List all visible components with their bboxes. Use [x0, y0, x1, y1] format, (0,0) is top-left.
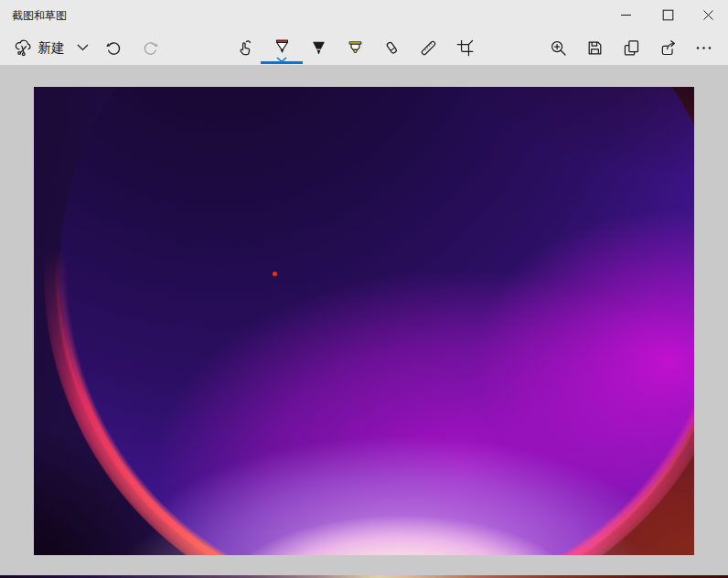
redo-button[interactable] — [136, 33, 164, 62]
canvas-area — [0, 65, 728, 578]
more-options-button[interactable] — [688, 33, 719, 62]
screenshot-image[interactable] — [34, 87, 694, 555]
title-bar[interactable]: 截图和草图 — [0, 0, 728, 29]
zoom-button[interactable] — [543, 33, 573, 62]
ruler-icon — [419, 38, 438, 58]
red-ink-dot — [273, 272, 277, 276]
share-button[interactable] — [653, 33, 682, 62]
maximize-button[interactable] — [647, 0, 689, 29]
minimize-button[interactable] — [605, 0, 647, 29]
crop-button[interactable] — [450, 33, 479, 62]
close-icon — [702, 9, 714, 21]
new-snip-button[interactable]: 新建 — [5, 33, 71, 62]
redo-icon — [141, 38, 160, 58]
share-icon — [658, 38, 678, 58]
close-button[interactable] — [689, 0, 728, 29]
ballpoint-pen-icon — [273, 37, 292, 56]
selected-tool-indicator — [261, 61, 303, 64]
new-snip-label: 新建 — [38, 39, 65, 57]
new-snip-dropdown-button[interactable] — [71, 33, 93, 62]
touch-writing-button[interactable] — [230, 33, 260, 62]
pencil-button[interactable] — [304, 33, 333, 62]
minimize-icon — [620, 9, 632, 21]
more-icon — [694, 38, 713, 58]
highlighter-button[interactable] — [340, 33, 369, 62]
eraser-icon — [382, 38, 401, 58]
sphere-rim — [54, 87, 694, 555]
undo-button[interactable] — [100, 33, 127, 62]
crop-icon — [455, 38, 475, 58]
touch-writing-icon — [236, 38, 255, 58]
copy-button[interactable] — [616, 33, 646, 62]
save-icon — [585, 38, 605, 58]
window-chrome: 截图和草图 新建 — [0, 0, 728, 65]
ruler-button[interactable] — [413, 33, 443, 62]
highlighter-icon — [346, 38, 365, 58]
copy-icon — [622, 38, 641, 58]
eraser-button[interactable] — [377, 33, 406, 62]
maximize-icon — [662, 9, 674, 21]
pencil-icon — [309, 38, 328, 58]
save-button[interactable] — [580, 33, 609, 62]
window-title: 截图和草图 — [12, 8, 67, 24]
undo-icon — [104, 38, 123, 58]
chevron-down-icon — [77, 44, 89, 51]
snip-new-icon — [13, 38, 32, 58]
zoom-icon — [549, 38, 568, 58]
